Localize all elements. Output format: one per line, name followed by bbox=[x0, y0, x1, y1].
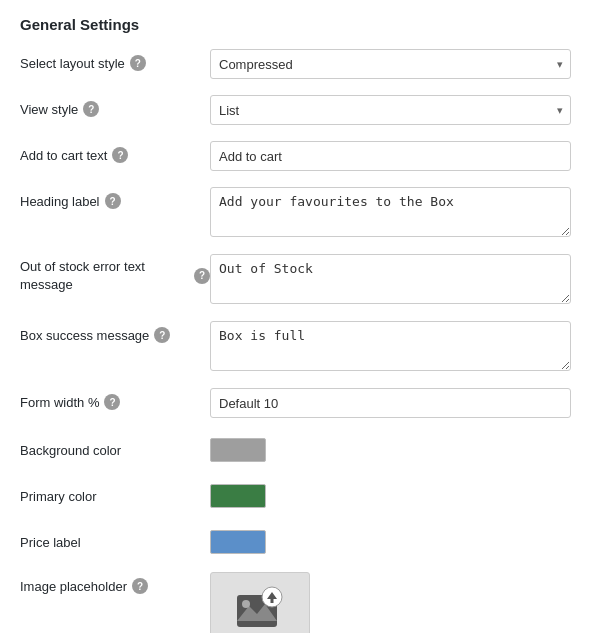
background-color-swatch[interactable] bbox=[210, 438, 266, 462]
layout-style-control: Compressed Standard Wide ▾ bbox=[210, 49, 571, 79]
form-width-control bbox=[210, 388, 571, 418]
image-placeholder-row: Image placeholder ? bbox=[20, 572, 571, 633]
general-settings-panel: General Settings Select layout style ? C… bbox=[0, 0, 591, 633]
form-width-input[interactable] bbox=[210, 388, 571, 418]
out-of-stock-textarea[interactable]: Out of Stock bbox=[210, 254, 571, 304]
heading-label-control: Add your favourites to the Box bbox=[210, 187, 571, 240]
price-label-label: Price label bbox=[20, 535, 210, 550]
add-to-cart-row: Add to cart text ? bbox=[20, 141, 571, 173]
out-of-stock-help-icon[interactable]: ? bbox=[194, 268, 210, 284]
box-success-textarea[interactable]: Box is full bbox=[210, 321, 571, 371]
form-width-help-icon[interactable]: ? bbox=[104, 394, 120, 410]
heading-label-row: Heading label ? Add your favourites to t… bbox=[20, 187, 571, 240]
svg-point-2 bbox=[242, 600, 250, 608]
box-success-control: Box is full bbox=[210, 321, 571, 374]
view-style-control: List Grid ▾ bbox=[210, 95, 571, 125]
section-title: General Settings bbox=[20, 16, 571, 33]
primary-color-label: Primary color bbox=[20, 489, 210, 504]
price-label-row: Price label bbox=[20, 526, 571, 558]
form-width-row: Form width % ? bbox=[20, 388, 571, 420]
layout-style-help-icon[interactable]: ? bbox=[130, 55, 146, 71]
view-style-select-wrapper: List Grid ▾ bbox=[210, 95, 571, 125]
layout-style-label: Select layout style ? bbox=[20, 49, 210, 71]
heading-label-textarea[interactable]: Add your favourites to the Box bbox=[210, 187, 571, 237]
add-to-cart-input[interactable] bbox=[210, 141, 571, 171]
image-placeholder-control bbox=[210, 572, 571, 633]
layout-style-row: Select layout style ? Compressed Standar… bbox=[20, 49, 571, 81]
add-to-cart-help-icon[interactable]: ? bbox=[112, 147, 128, 163]
layout-style-select[interactable]: Compressed Standard Wide bbox=[210, 49, 571, 79]
background-color-label: Background color bbox=[20, 443, 210, 458]
layout-style-select-wrapper: Compressed Standard Wide ▾ bbox=[210, 49, 571, 79]
background-color-control bbox=[210, 438, 571, 462]
heading-label-label: Heading label ? bbox=[20, 187, 210, 209]
image-upload-icon bbox=[234, 586, 286, 633]
box-success-label: Box success message ? bbox=[20, 321, 210, 343]
form-width-label: Form width % ? bbox=[20, 388, 210, 410]
view-style-row: View style ? List Grid ▾ bbox=[20, 95, 571, 127]
add-to-cart-control bbox=[210, 141, 571, 171]
heading-label-help-icon[interactable]: ? bbox=[105, 193, 121, 209]
image-placeholder-upload[interactable] bbox=[210, 572, 310, 633]
primary-color-row: Primary color bbox=[20, 480, 571, 512]
box-success-row: Box success message ? Box is full bbox=[20, 321, 571, 374]
price-label-swatch[interactable] bbox=[210, 530, 266, 554]
view-style-label: View style ? bbox=[20, 95, 210, 117]
primary-color-control bbox=[210, 484, 571, 508]
view-style-help-icon[interactable]: ? bbox=[83, 101, 99, 117]
background-color-row: Background color bbox=[20, 434, 571, 466]
out-of-stock-row: Out of stock error text message ? Out of… bbox=[20, 254, 571, 307]
out-of-stock-label: Out of stock error text message ? bbox=[20, 254, 210, 294]
image-placeholder-label: Image placeholder ? bbox=[20, 572, 210, 594]
primary-color-swatch[interactable] bbox=[210, 484, 266, 508]
view-style-select[interactable]: List Grid bbox=[210, 95, 571, 125]
image-placeholder-help-icon[interactable]: ? bbox=[132, 578, 148, 594]
box-success-help-icon[interactable]: ? bbox=[154, 327, 170, 343]
add-to-cart-label: Add to cart text ? bbox=[20, 141, 210, 163]
out-of-stock-control: Out of Stock bbox=[210, 254, 571, 307]
price-label-control bbox=[210, 530, 571, 554]
